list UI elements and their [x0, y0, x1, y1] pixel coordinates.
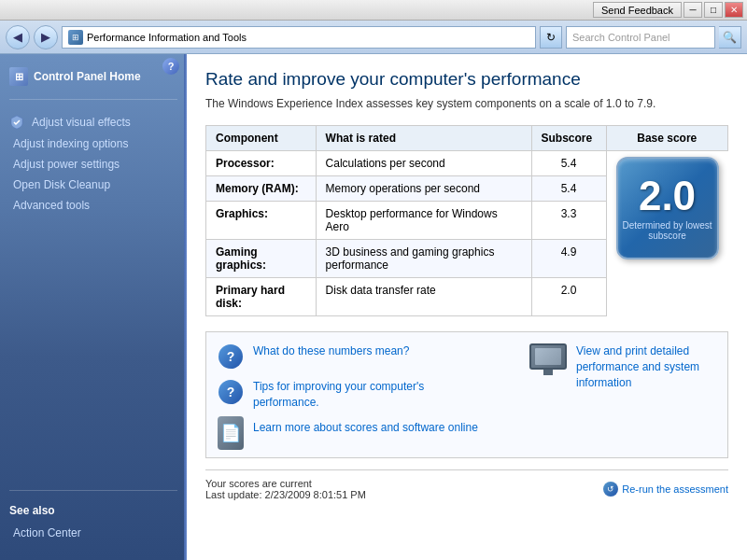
component-memory: Memory (RAM):	[216, 182, 299, 195]
view-print-link[interactable]: View and print detailed performance and …	[576, 343, 716, 390]
col-subscore: Subscore	[531, 126, 606, 151]
document-icon: 📄	[218, 416, 244, 450]
sidebar-see-also-heading: See also	[0, 498, 187, 523]
sidebar-divider	[9, 99, 177, 100]
sidebar-bottom: See also Action Center	[0, 483, 187, 553]
last-update: Last update: 2/23/2009 8:01:51 PM	[205, 489, 366, 500]
sidebar-item-indexing[interactable]: Adjust indexing options	[0, 133, 187, 154]
sidebar-action-center-label: Action Center	[13, 526, 81, 539]
send-feedback-button[interactable]: Send Feedback	[593, 2, 682, 18]
score-label: Determined by lowest subscore	[618, 220, 717, 241]
address-text: Performance Information and Tools	[87, 32, 247, 43]
subscore-graphics: 3.3	[531, 202, 606, 240]
status-text: Your scores are current Last update: 2/2…	[205, 478, 366, 500]
content-area: Rate and improve your computer's perform…	[187, 54, 747, 560]
address-bar: ◀ ▶ ⊞ Performance Information and Tools …	[0, 21, 747, 54]
content-subtitle: The Windows Experience Index assesses ke…	[205, 97, 728, 110]
rating-processor: Calculations per second	[316, 151, 531, 176]
tips-row: ? Tips for improving your computer's per…	[218, 379, 492, 411]
search-box[interactable]: Search Control Panel	[566, 26, 715, 49]
sidebar-divider-2	[9, 490, 177, 491]
sidebar-item-action-center[interactable]: Action Center	[0, 523, 187, 543]
rerun-icon: ↺	[603, 482, 618, 497]
help-icon[interactable]: ?	[162, 58, 179, 75]
table-row: Processor: Calculations per second 5.4 2…	[206, 151, 728, 176]
learn-more-icon: 📄	[218, 420, 244, 446]
home-icon: ⊞	[9, 67, 28, 86]
rerun-button[interactable]: ↺ Re-run the assessment	[603, 482, 728, 497]
two-col-links: ? What do these numbers mean? ? Tips for…	[218, 343, 716, 446]
score-badge: 2.0 Determined by lowest subscore	[616, 157, 719, 259]
monitor	[529, 343, 567, 370]
col-component: Component	[206, 126, 317, 151]
subscore-processor: 5.4	[531, 151, 606, 176]
address-icon: ⊞	[68, 30, 83, 45]
sidebar-advanced-label: Advanced tools	[13, 199, 90, 212]
component-processor: Processor:	[216, 157, 275, 170]
refresh-button[interactable]: ↻	[540, 26, 562, 49]
tips-link[interactable]: Tips for improving your computer's perfo…	[253, 379, 492, 411]
search-placeholder: Search Control Panel	[572, 32, 670, 43]
sidebar-item-power[interactable]: Adjust power settings	[0, 154, 187, 175]
subscore-memory: 5.4	[531, 176, 606, 202]
sidebar-indexing-label: Adjust indexing options	[13, 137, 128, 150]
scores-current: Your scores are current	[205, 478, 366, 489]
shield-icon	[9, 115, 24, 130]
question-circle-2: ?	[218, 380, 243, 404]
what-numbers-link[interactable]: What do these numbers mean?	[253, 343, 409, 359]
forward-button[interactable]: ▶	[34, 25, 58, 49]
score-number: 2.0	[639, 175, 696, 217]
subscore-gaming: 4.9	[531, 240, 606, 278]
what-numbers-row: ? What do these numbers mean?	[218, 343, 492, 370]
col-base-score: Base score	[606, 126, 728, 151]
sidebar-power-label: Adjust power settings	[13, 158, 120, 171]
sidebar-home[interactable]: ⊞ Control Panel Home	[0, 62, 187, 91]
rating-graphics: Desktop performance for Windows Aero	[316, 202, 531, 240]
learn-more-row: 📄 Learn more about scores and software o…	[218, 420, 492, 446]
monitor-screen	[535, 348, 561, 365]
close-button[interactable]: ✕	[725, 2, 743, 18]
page-title: Rate and improve your computer's perform…	[205, 69, 728, 90]
view-print-section: View and print detailed performance and …	[529, 343, 716, 390]
component-disk: Primary hard disk:	[216, 284, 285, 310]
performance-table: Component What is rated Subscore Base sc…	[205, 125, 728, 316]
sidebar-visual-effects-label: Adjust visual effects	[32, 116, 131, 129]
question-icon-2: ?	[218, 379, 244, 405]
status-bar: Your scores are current Last update: 2/2…	[205, 469, 728, 500]
links-box: ? What do these numbers mean? ? Tips for…	[205, 331, 728, 458]
sidebar-nav: Adjust visual effects Adjust indexing op…	[0, 107, 187, 219]
rating-memory: Memory operations per second	[316, 176, 531, 202]
sidebar-home-label: Control Panel Home	[34, 70, 141, 83]
rerun-label: Re-run the assessment	[622, 483, 728, 495]
monitor-stand	[543, 370, 553, 375]
sidebar-item-advanced[interactable]: Advanced tools	[0, 195, 187, 216]
base-score-cell: 2.0 Determined by lowest subscore	[606, 151, 728, 316]
sidebar-item-disk-cleanup[interactable]: Open Disk Cleanup	[0, 175, 187, 195]
question-circle-1: ?	[218, 344, 243, 369]
subscore-disk: 2.0	[531, 278, 606, 316]
left-links: ? What do these numbers mean? ? Tips for…	[218, 343, 492, 446]
rating-gaming: 3D business and gaming graphics performa…	[316, 240, 531, 278]
question-icon-1: ?	[218, 343, 244, 370]
address-box[interactable]: ⊞ Performance Information and Tools	[62, 26, 536, 49]
right-links: View and print detailed performance and …	[511, 343, 716, 390]
back-button[interactable]: ◀	[6, 25, 30, 49]
restore-button[interactable]: □	[704, 2, 723, 18]
rating-disk: Disk data transfer rate	[316, 278, 531, 316]
component-gaming: Gaming graphics:	[216, 245, 266, 272]
minimize-button[interactable]: ─	[684, 2, 702, 18]
main-container: ⊞ Control Panel Home Adjust visual effec…	[0, 54, 747, 560]
computer-icon	[529, 343, 567, 381]
sidebar: ⊞ Control Panel Home Adjust visual effec…	[0, 54, 187, 560]
sidebar-item-visual-effects[interactable]: Adjust visual effects	[0, 111, 187, 133]
sidebar-disk-cleanup-label: Open Disk Cleanup	[13, 178, 110, 191]
search-button[interactable]: 🔍	[719, 26, 741, 49]
title-bar: Send Feedback ─ □ ✕	[0, 0, 747, 21]
search-icon: 🔍	[723, 31, 737, 44]
learn-more-link[interactable]: Learn more about scores and software onl…	[253, 420, 478, 436]
col-what-rated: What is rated	[316, 126, 531, 151]
component-graphics: Graphics:	[216, 207, 268, 220]
